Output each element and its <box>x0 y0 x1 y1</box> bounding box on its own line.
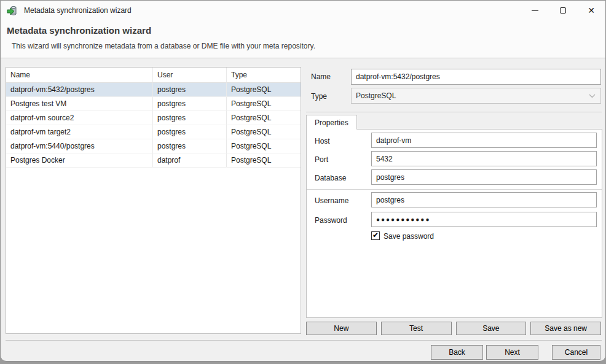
page-subtitle: This wizard will synchronize metadata fr… <box>12 42 315 50</box>
port-input[interactable]: 5432 <box>371 151 597 166</box>
table-row[interactable]: datprof-vm source2 postgres PostgreSQL <box>6 111 301 125</box>
table-row[interactable]: datprof-vm:5432/postgres postgres Postgr… <box>6 83 301 97</box>
cell-type: PostgreSQL <box>227 83 301 96</box>
type-field-label: Type <box>311 92 327 101</box>
cell-name: Postgres Docker <box>6 153 153 167</box>
chevron-down-icon <box>589 94 596 98</box>
cell-type: PostgreSQL <box>227 125 301 139</box>
minimize-button[interactable] <box>521 1 549 20</box>
database-field-label: Database <box>315 174 346 182</box>
password-field-label: Password <box>315 216 347 225</box>
maximize-button[interactable] <box>549 1 577 20</box>
cell-user: postgres <box>153 83 227 96</box>
cell-name: datprof-vm target2 <box>6 125 153 139</box>
database-input[interactable]: postgres <box>371 169 597 185</box>
cell-user: postgres <box>153 97 227 110</box>
connections-table: Name User Type datprof-vm:5432/postgres … <box>6 67 301 334</box>
cell-name: datprof-vm source2 <box>6 111 153 125</box>
cell-user: postgres <box>153 139 227 153</box>
header-zone: Metadata synchronization wizard ✕ Metada… <box>1 1 605 58</box>
cell-name: datprof-vm:5432/postgres <box>6 83 153 96</box>
divider <box>307 189 602 190</box>
cell-name: Postgres test VM <box>6 97 153 110</box>
cell-type: PostgreSQL <box>227 97 301 110</box>
host-input[interactable]: datprof-vm <box>371 133 597 148</box>
titlebar: Metadata synchronization wizard ✕ <box>1 1 605 20</box>
new-button[interactable]: New <box>306 322 377 335</box>
type-dropdown-value: PostgreSQL <box>356 91 396 100</box>
divider <box>306 112 602 112</box>
column-header-name[interactable]: Name <box>6 68 153 83</box>
table-body: datprof-vm:5432/postgres postgres Postgr… <box>6 83 301 168</box>
table-row[interactable]: Postgres Docker datprof PostgreSQL <box>6 153 301 168</box>
metadata-sync-wizard-window: Metadata synchronization wizard ✕ Metada… <box>0 0 606 362</box>
cancel-button[interactable]: Cancel <box>552 345 600 360</box>
table-header-row: Name User Type <box>6 68 301 83</box>
host-field-label: Host <box>315 137 330 145</box>
table-row[interactable]: datprof-vm:5440/postgres postgres Postgr… <box>6 139 301 153</box>
save-button[interactable]: Save <box>456 322 527 335</box>
maximize-icon <box>560 7 566 14</box>
username-field-label: Username <box>315 196 348 205</box>
save-as-new-button[interactable]: Save as new <box>530 322 601 335</box>
tab-properties-label: Properties <box>315 118 348 127</box>
back-button[interactable]: Back <box>431 345 483 360</box>
window-title: Metadata synchronization wizard <box>24 6 132 15</box>
save-password-checkbox[interactable] <box>371 231 380 240</box>
cell-type: PostgreSQL <box>227 139 301 153</box>
cell-type: PostgreSQL <box>227 153 301 167</box>
name-field-label: Name <box>311 72 331 81</box>
password-input[interactable]: ●●●●●●●●●●● <box>371 212 597 227</box>
cell-type: PostgreSQL <box>227 111 301 125</box>
window-controls: ✕ <box>521 1 605 20</box>
close-button[interactable]: ✕ <box>577 1 605 20</box>
cell-name: datprof-vm:5440/postgres <box>6 139 153 153</box>
save-password-label: Save password <box>384 232 434 241</box>
page-title: Metadata synchronization wizard <box>7 25 151 36</box>
minimize-icon <box>532 10 538 11</box>
table-row[interactable]: Postgres test VM postgres PostgreSQL <box>6 97 301 111</box>
app-icon <box>7 5 18 16</box>
footer-divider <box>6 340 602 341</box>
cell-user: postgres <box>153 111 227 125</box>
connection-actions: New Test Save Save as new <box>306 322 601 335</box>
type-dropdown[interactable]: PostgreSQL <box>351 88 601 104</box>
next-button[interactable]: Next <box>486 345 538 360</box>
cell-user: postgres <box>153 125 227 139</box>
close-icon: ✕ <box>588 6 595 15</box>
username-input[interactable]: postgres <box>371 192 597 207</box>
port-field-label: Port <box>315 155 328 164</box>
column-header-user[interactable]: User <box>153 68 227 83</box>
test-button[interactable]: Test <box>381 322 452 335</box>
column-header-type[interactable]: Type <box>227 68 301 83</box>
name-input[interactable]: datprof-vm:5432/postgres <box>351 69 601 85</box>
table-row[interactable]: datprof-vm target2 postgres PostgreSQL <box>6 125 301 139</box>
tab-properties[interactable]: Properties <box>306 115 357 130</box>
cell-user: datprof <box>153 153 227 167</box>
